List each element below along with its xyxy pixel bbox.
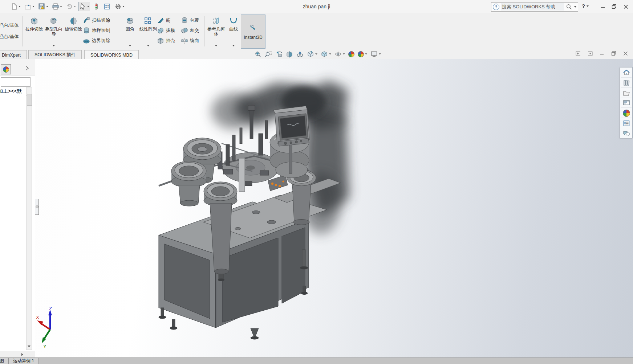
reference-geometry-button[interactable]: 参考几何体: [206, 15, 226, 48]
view-orientation-dropdown[interactable]: [315, 53, 317, 55]
swept-cut-icon: [83, 17, 90, 24]
mirror-button[interactable]: 镜向: [181, 36, 199, 45]
search-magnifier-icon[interactable]: [566, 4, 572, 10]
apply-scene-button[interactable]: [358, 51, 367, 57]
model-3d[interactable]: [35, 59, 633, 357]
forum-button[interactable]: [621, 129, 632, 138]
print-button[interactable]: [51, 2, 63, 11]
appearances-scenes-button[interactable]: [621, 109, 632, 118]
display-style-dropdown[interactable]: [329, 53, 331, 55]
ribbon-separator: [204, 16, 204, 46]
instant3d-button[interactable]: Instant3D: [241, 15, 265, 49]
curves-dropdown[interactable]: [232, 45, 235, 46]
design-library-button[interactable]: [621, 78, 632, 88]
hide-show-dropdown[interactable]: [343, 53, 345, 55]
tree-filter-input[interactable]: [1, 77, 31, 87]
doc-minimize-button[interactable]: [600, 51, 604, 56]
minimize-button[interactable]: [598, 3, 607, 10]
new-file-dropdown[interactable]: [19, 6, 21, 7]
swept-cut-button[interactable]: 扫描切除: [83, 16, 110, 25]
fillet-dropdown[interactable]: [129, 45, 131, 46]
zoom-to-area-button[interactable]: [265, 50, 272, 58]
undo-button[interactable]: [65, 2, 77, 11]
help-button[interactable]: ?: [582, 3, 589, 9]
scrollbar-thumb[interactable]: [27, 94, 32, 106]
draft-button[interactable]: 拔模: [157, 26, 175, 35]
open-button[interactable]: [23, 2, 36, 11]
wrap-label: 包覆: [190, 17, 199, 24]
hole-wizard-dropdown[interactable]: [53, 45, 55, 46]
undo-icon: [66, 3, 73, 10]
file-explorer-button[interactable]: [621, 89, 632, 98]
reference-geometry-dropdown[interactable]: [215, 45, 217, 46]
revolved-cut-button[interactable]: 旋转切除: [64, 15, 83, 48]
tree-vertical-scrollbar[interactable]: [26, 87, 32, 350]
tab-3d-views[interactable]: 视图: [0, 358, 9, 364]
fillet-button[interactable]: 圆角: [122, 15, 138, 48]
panel-splitter-handle[interactable]: [35, 199, 39, 215]
select-tool-dropdown[interactable]: [87, 6, 89, 7]
view-settings-dropdown[interactable]: [379, 53, 381, 55]
edit-appearance-button[interactable]: [348, 51, 354, 57]
select-tool-button[interactable]: [78, 2, 90, 11]
intersect-button[interactable]: 相交: [181, 26, 199, 35]
hole-wizard-button[interactable]: 异型孔向导: [44, 15, 63, 48]
tab-solidworks-addins[interactable]: SOLIDWORKS 插件: [28, 50, 82, 60]
lofted-cut-button[interactable]: 放样切割: [83, 26, 110, 35]
instant3d-label: Instant3D: [244, 35, 262, 40]
zoom-to-fit-button[interactable]: [254, 50, 261, 58]
tree-horizontal-scrollbar[interactable]: [0, 351, 35, 357]
boundary-cut-button[interactable]: 边界切除: [83, 36, 110, 45]
options-dropdown[interactable]: [122, 6, 125, 7]
save-button[interactable]: [37, 2, 49, 11]
new-file-button[interactable]: [9, 2, 22, 11]
hide-show-items-button[interactable]: [334, 50, 345, 58]
doc-close-button[interactable]: [623, 51, 628, 56]
undo-dropdown[interactable]: [74, 6, 76, 7]
curves-button[interactable]: 曲线: [227, 15, 240, 48]
boss-base-label-2[interactable]: 凸台/基体: [0, 34, 21, 40]
resources-home-button[interactable]: [621, 68, 632, 78]
rib-button[interactable]: 筋: [157, 16, 175, 25]
linear-pattern-dropdown[interactable]: [147, 45, 149, 46]
boss-base-label-1[interactable]: 凸台/基体: [0, 23, 21, 29]
wrap-button[interactable]: 包覆: [181, 16, 199, 25]
view-palette-button[interactable]: [621, 99, 632, 108]
section-view-button[interactable]: [286, 50, 293, 58]
scroll-right-button[interactable]: [20, 352, 25, 357]
tab-dimxpert[interactable]: DimXpert: [0, 50, 27, 60]
shell-button[interactable]: 抽壳: [157, 36, 175, 45]
previous-view-button[interactable]: [275, 50, 283, 58]
view-orientation-button[interactable]: [307, 50, 317, 58]
save-dropdown[interactable]: [46, 6, 48, 7]
collapse-left-pane-button[interactable]: [576, 51, 581, 56]
solidworks-window: zhuan pan ji ? 搜索 SOLIDWORKS 帮助 ? 凸台/基体 …: [0, 0, 633, 364]
collapse-right-pane-button[interactable]: [588, 51, 593, 56]
tab-solidworks-mbd[interactable]: SOLIDWORKS MBD: [84, 50, 139, 60]
properties-button[interactable]: [102, 2, 112, 11]
close-button[interactable]: [621, 3, 630, 10]
extruded-cut-button[interactable]: 拉伸切除: [25, 15, 44, 48]
print-dropdown[interactable]: [60, 6, 62, 7]
open-dropdown[interactable]: [32, 6, 35, 7]
help-dropdown[interactable]: [587, 5, 589, 7]
doc-restore-button[interactable]: [611, 51, 616, 56]
tab-motion-study[interactable]: 运动算例 1: [9, 358, 39, 364]
display-style-button[interactable]: [321, 50, 331, 58]
search-box[interactable]: ? 搜索 SOLIDWORKS 帮助: [491, 2, 578, 12]
graphics-viewport[interactable]: Z X Y: [35, 59, 633, 357]
annotation-visibility-button[interactable]: [296, 50, 304, 58]
panel-tab-icon[interactable]: [1, 64, 11, 74]
custom-properties-button[interactable]: [621, 119, 632, 128]
panel-expand-chevron[interactable]: [24, 65, 31, 71]
linear-pattern-button[interactable]: 线性阵列: [139, 15, 158, 48]
search-dropdown[interactable]: [574, 6, 576, 8]
scroll-down-arrow[interactable]: [28, 345, 31, 347]
apply-scene-dropdown[interactable]: [365, 53, 367, 55]
search-input[interactable]: 搜索 SOLIDWORKS 帮助: [501, 3, 564, 11]
options-button[interactable]: [113, 2, 126, 11]
view-settings-button[interactable]: [370, 50, 381, 58]
feature-tree-item[interactable]: 加工><<默: [0, 88, 25, 96]
restore-button[interactable]: [609, 3, 619, 10]
stoplight-button[interactable]: [92, 2, 101, 11]
